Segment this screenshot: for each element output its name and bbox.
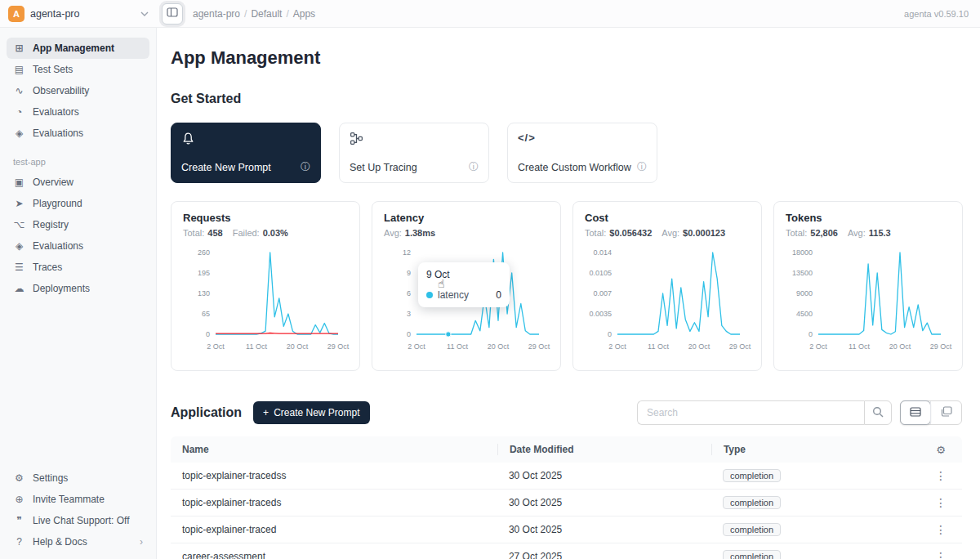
sidebar-item-label: Help & Docs <box>33 536 87 548</box>
svg-text:4500: 4500 <box>796 310 813 318</box>
create-new-prompt-card[interactable]: Create New Prompt ⓘ <box>171 123 321 183</box>
sidebar-item-label: App Management <box>33 42 114 54</box>
top-bar: A agenta-pro agenta-pro / Default / Apps… <box>0 0 980 28</box>
cloud-icon: ☁ <box>13 284 25 293</box>
table-header: Name Date Modified Type ⚙ <box>171 436 962 463</box>
row-menu-icon[interactable]: ⋮ <box>920 496 962 509</box>
svg-text:20 Oct: 20 Oct <box>488 342 510 351</box>
set-up-tracing-card[interactable]: Set Up Tracing ⓘ <box>339 123 489 183</box>
apps-table: Name Date Modified Type ⚙ topic-explaine… <box>171 436 962 559</box>
info-icon[interactable]: ⓘ <box>637 160 647 174</box>
app-name[interactable]: career-assessment <box>171 551 497 559</box>
table-icon: ▤ <box>13 65 25 74</box>
sidebar: ⊞ App Management ▤ Test Sets ∿ Observabi… <box>0 28 157 559</box>
breadcrumb-item-project[interactable]: Default <box>251 8 282 20</box>
panel-left-icon <box>167 7 178 20</box>
search-input[interactable] <box>638 407 864 418</box>
column-header-name[interactable]: Name <box>171 444 497 455</box>
get-started-cards: Create New Prompt ⓘ Set Up Tracing ⓘ </> <box>171 123 962 183</box>
sidebar-toggle-button[interactable] <box>162 3 183 25</box>
info-icon[interactable]: ⓘ <box>469 160 479 174</box>
type-badge: completion <box>723 496 781 509</box>
sidebar-section-label: test-app <box>13 157 143 167</box>
sidebar-item-test-sets[interactable]: ▤ Test Sets <box>7 59 149 80</box>
search-icon <box>872 406 884 420</box>
table-row[interactable]: topic-explainer-traceds 30 Oct 2025 comp… <box>171 490 962 517</box>
table-row[interactable]: career-assessment 27 Oct 2025 completion… <box>171 543 962 559</box>
svg-text:65: 65 <box>202 310 210 318</box>
get-started-heading: Get Started <box>171 92 962 106</box>
info-icon[interactable]: ⓘ <box>301 160 310 174</box>
sidebar-item-evaluators[interactable]: ◔ Evaluators <box>7 101 149 123</box>
breadcrumb-separator: / <box>286 8 288 20</box>
row-menu-icon[interactable]: ⋮ <box>920 550 962 559</box>
sidebar-item-registry[interactable]: ⌥ Registry <box>7 214 149 235</box>
sidebar-item-help-docs[interactable]: ? Help & Docs › <box>7 531 149 552</box>
svg-text:3: 3 <box>407 310 411 318</box>
card-label: Create New Prompt <box>181 162 271 173</box>
stat-title: Tokens <box>786 212 951 224</box>
branch-icon: ⌥ <box>13 220 25 230</box>
sidebar-item-app-evaluations[interactable]: ◈ Evaluations <box>7 235 149 257</box>
app-name[interactable]: topic-explainer-tracedss <box>171 470 497 481</box>
type-badge: completion <box>723 469 781 482</box>
tooltip-value: 0 <box>496 289 501 301</box>
sidebar-item-evaluations[interactable]: ◈ Evaluations <box>7 123 149 144</box>
badge-icon: ◈ <box>13 241 25 251</box>
row-menu-icon[interactable]: ⋮ <box>920 469 962 482</box>
chevron-right-icon: › <box>140 536 143 548</box>
row-menu-icon[interactable]: ⋮ <box>920 523 962 536</box>
workspace-selector[interactable]: A agenta-pro <box>0 0 157 27</box>
svg-text:0: 0 <box>206 330 210 338</box>
svg-text:0.0035: 0.0035 <box>589 310 612 318</box>
svg-text:2 Oct: 2 Oct <box>408 342 425 351</box>
sidebar-item-playground[interactable]: ➤ Playground <box>7 193 149 214</box>
svg-text:29 Oct: 29 Oct <box>729 342 751 351</box>
table-row[interactable]: topic-explainer-tracedss 30 Oct 2025 com… <box>171 463 962 490</box>
gear-icon: ⚙ <box>13 473 25 483</box>
sidebar-item-settings[interactable]: ⚙ Settings <box>7 467 149 489</box>
svg-text:2 Oct: 2 Oct <box>608 342 626 351</box>
stat-value: 115.3 <box>869 228 891 238</box>
table-settings-gear-icon[interactable]: ⚙ <box>920 444 962 456</box>
breadcrumb-item-workspace[interactable]: agenta-pro <box>193 8 240 20</box>
stat-label: Total: <box>786 228 807 238</box>
sidebar-item-observability[interactable]: ∿ Observability <box>7 80 149 101</box>
svg-text:9000: 9000 <box>796 289 813 297</box>
breadcrumb-separator: / <box>244 8 247 20</box>
svg-text:195: 195 <box>198 269 210 277</box>
svg-text:0.014: 0.014 <box>593 248 612 257</box>
svg-text:29 Oct: 29 Oct <box>327 342 350 351</box>
breadcrumb-item-apps[interactable]: Apps <box>293 8 315 20</box>
stat-label: Avg: <box>662 228 679 238</box>
grid-icon: ⊞ <box>13 43 25 53</box>
cost-stat-card: Cost Total: $0.056432 Avg: $0.000123 00.… <box>572 201 762 371</box>
stat-value: 0.03% <box>263 228 288 238</box>
sidebar-item-label: Registry <box>33 219 69 230</box>
stat-value: 458 <box>207 228 222 238</box>
app-name[interactable]: topic-explainer-traced <box>171 524 497 535</box>
app-date-modified: 30 Oct 2025 <box>497 497 711 508</box>
stat-value: 52,806 <box>810 228 838 238</box>
app-name[interactable]: topic-explainer-traceds <box>171 497 497 508</box>
sidebar-item-deployments[interactable]: ☁ Deployments <box>7 278 149 299</box>
card-view-button[interactable] <box>930 401 961 424</box>
search-button[interactable] <box>864 400 892 425</box>
stat-label: Avg: <box>848 228 866 238</box>
stat-title: Cost <box>585 212 750 224</box>
sidebar-item-invite-teammate[interactable]: ⊕ Invite Teammate <box>7 489 149 510</box>
sidebar-item-overview[interactable]: ▣ Overview <box>7 172 149 193</box>
table-view-button[interactable] <box>900 400 931 425</box>
svg-text:12: 12 <box>403 248 411 257</box>
stat-title: Requests <box>183 212 348 224</box>
table-view-icon <box>910 407 921 419</box>
create-custom-workflow-card[interactable]: </> Create Custom Workflow ⓘ <box>507 123 657 183</box>
column-header-date-modified[interactable]: Date Modified <box>497 444 711 455</box>
sidebar-item-app-management[interactable]: ⊞ App Management <box>7 38 149 59</box>
svg-text:20 Oct: 20 Oct <box>889 342 911 351</box>
sidebar-item-traces[interactable]: ☰ Traces <box>7 257 149 278</box>
sidebar-item-live-chat-support[interactable]: ❞ Live Chat Support: Off <box>7 510 149 531</box>
create-new-prompt-button[interactable]: + Create New Prompt <box>253 401 369 424</box>
table-row[interactable]: topic-explainer-traced 30 Oct 2025 compl… <box>171 517 962 543</box>
column-header-type[interactable]: Type <box>711 444 920 455</box>
